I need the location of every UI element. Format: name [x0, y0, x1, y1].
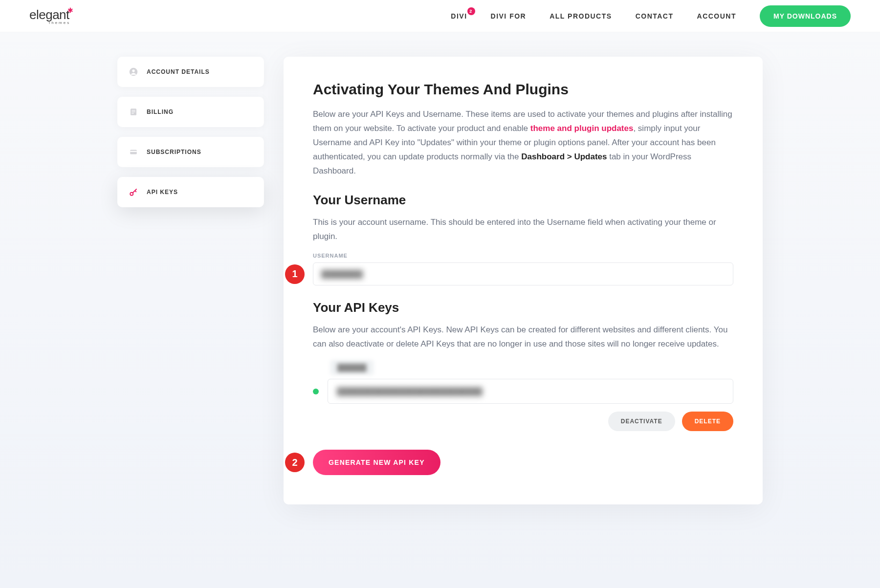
- api-key-field-row: ████████████████████████████: [313, 379, 733, 404]
- svg-point-1: [132, 69, 134, 72]
- site-header: elegant✱ themes DIVI 2 DIVI FOR ALL PROD…: [0, 0, 880, 32]
- sidebar-item-api-keys[interactable]: API KEYS: [117, 177, 264, 207]
- api-key-input[interactable]: ████████████████████████████: [328, 379, 733, 404]
- sidebar-item-label: API KEYS: [147, 189, 178, 196]
- svg-rect-5: [132, 113, 134, 113]
- nav-contact[interactable]: CONTACT: [636, 12, 674, 20]
- username-description: This is your account username. This shou…: [313, 216, 733, 244]
- nav-divi-for[interactable]: DIVI FOR: [491, 12, 527, 20]
- step-marker-2: 2: [285, 453, 305, 472]
- svg-rect-7: [130, 151, 137, 152]
- sidebar-item-billing[interactable]: BILLING: [117, 97, 264, 127]
- logo-star-icon: ✱: [67, 6, 73, 14]
- nav-badge: 2: [467, 7, 475, 15]
- api-keys-heading: Your API Keys: [313, 300, 733, 315]
- generate-wrap: 2 GENERATE NEW API KEY: [313, 450, 733, 475]
- username-input[interactable]: ████████: [313, 262, 733, 285]
- logo-text: elegant✱: [29, 7, 69, 22]
- username-heading: Your Username: [313, 193, 733, 208]
- dashboard-path: Dashboard > Updates: [521, 152, 607, 161]
- logo[interactable]: elegant✱ themes: [29, 7, 70, 25]
- account-sidebar: ACCOUNT DETAILS BILLING SUBSCRIPTIONS AP…: [117, 57, 264, 504]
- page-container: ACCOUNT DETAILS BILLING SUBSCRIPTIONS AP…: [0, 32, 880, 544]
- nav-divi[interactable]: DIVI 2: [451, 12, 467, 20]
- svg-rect-4: [132, 111, 135, 112]
- theme-updates-link[interactable]: theme and plugin updates: [530, 124, 634, 133]
- api-key-row: ██████ ████████████████████████████ DEAC…: [313, 360, 733, 431]
- svg-rect-3: [132, 110, 135, 110]
- generate-api-key-button[interactable]: GENERATE NEW API KEY: [313, 450, 440, 475]
- sidebar-item-label: BILLING: [147, 109, 174, 115]
- deactivate-button[interactable]: DEACTIVATE: [608, 412, 675, 431]
- username-field-label: USERNAME: [313, 253, 733, 259]
- status-active-icon: [313, 389, 319, 394]
- sidebar-item-account-details[interactable]: ACCOUNT DETAILS: [117, 57, 264, 87]
- sidebar-item-label: SUBSCRIPTIONS: [147, 149, 201, 155]
- main-content: Activating Your Themes And Plugins Below…: [284, 57, 763, 504]
- nav-account[interactable]: ACCOUNT: [697, 12, 737, 20]
- nav-all-products[interactable]: ALL PRODUCTS: [550, 12, 612, 20]
- main-nav: DIVI 2 DIVI FOR ALL PRODUCTS CONTACT ACC…: [451, 5, 851, 27]
- api-keys-description: Below are your account's API Keys. New A…: [313, 323, 733, 351]
- delete-button[interactable]: DELETE: [682, 412, 733, 431]
- key-icon: [129, 188, 138, 196]
- my-downloads-button[interactable]: MY DOWNLOADS: [760, 5, 851, 27]
- sidebar-item-label: ACCOUNT DETAILS: [147, 68, 210, 75]
- user-icon: [129, 67, 138, 76]
- sidebar-item-subscriptions[interactable]: SUBSCRIPTIONS: [117, 137, 264, 167]
- page-title: Activating Your Themes And Plugins: [313, 81, 733, 98]
- step-marker-1: 1: [285, 264, 305, 284]
- api-key-actions: DEACTIVATE DELETE: [313, 412, 733, 431]
- api-key-site-label: ██████: [330, 360, 374, 375]
- username-input-wrap: 1 ████████: [313, 262, 733, 285]
- card-icon: [129, 148, 138, 156]
- intro-paragraph: Below are your API Keys and Username. Th…: [313, 108, 733, 178]
- billing-icon: [129, 108, 138, 116]
